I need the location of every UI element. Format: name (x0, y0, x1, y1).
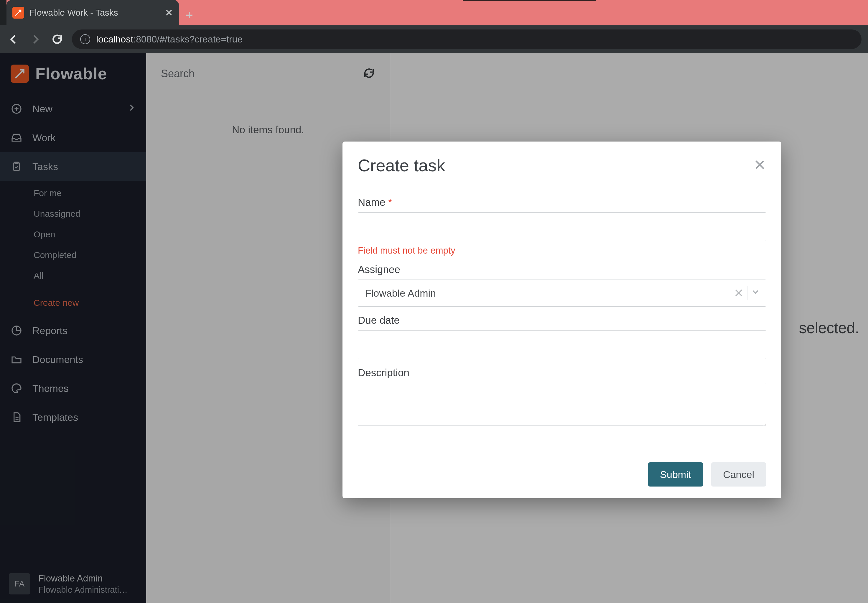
assignee-select[interactable]: Flowable Admin ✕ (358, 280, 766, 307)
site-info-icon[interactable]: i (80, 34, 90, 44)
due-date-label: Due date (358, 314, 766, 326)
name-label: Name * (358, 196, 766, 208)
cancel-button[interactable]: Cancel (711, 462, 766, 487)
flowable-favicon-icon (12, 7, 24, 19)
name-input[interactable] (358, 212, 766, 241)
tabstrip-spacer (0, 0, 6, 25)
reload-button[interactable] (50, 32, 64, 46)
browser-tab-title: Flowable Work - Tasks (29, 8, 159, 18)
submit-button[interactable]: Submit (648, 462, 703, 487)
tab-close-icon[interactable]: ✕ (165, 7, 173, 19)
omnibox[interactable]: i localhost:8080/#/tasks?create=true (72, 29, 862, 49)
assignee-value: Flowable Admin (365, 288, 436, 299)
forward-button[interactable] (28, 32, 42, 46)
description-label: Description (358, 367, 766, 379)
modal-title: Create task (358, 155, 446, 175)
back-button[interactable] (6, 32, 21, 46)
modal-close-icon[interactable]: ✕ (754, 156, 766, 174)
chevron-down-icon[interactable] (751, 287, 760, 299)
assignee-clear-icon[interactable]: ✕ (734, 286, 744, 300)
tabstrip-background (199, 0, 868, 25)
description-textarea[interactable] (358, 383, 766, 426)
browser-address-bar: i localhost:8080/#/tasks?create=true (0, 25, 868, 53)
assignee-label: Assignee (358, 264, 766, 275)
name-error-text: Field must not be empty (358, 245, 766, 256)
separator (747, 286, 748, 300)
browser-tabstrip: Flowable Work - Tasks ✕ + (0, 0, 868, 25)
due-date-input[interactable] (358, 330, 766, 359)
create-task-modal: Create task ✕ Name * Field must not be e… (342, 142, 781, 498)
new-tab-button[interactable]: + (179, 5, 199, 25)
url-text: localhost:8080/#/tasks?create=true (96, 34, 242, 45)
browser-tab-active[interactable]: Flowable Work - Tasks ✕ (6, 0, 179, 25)
